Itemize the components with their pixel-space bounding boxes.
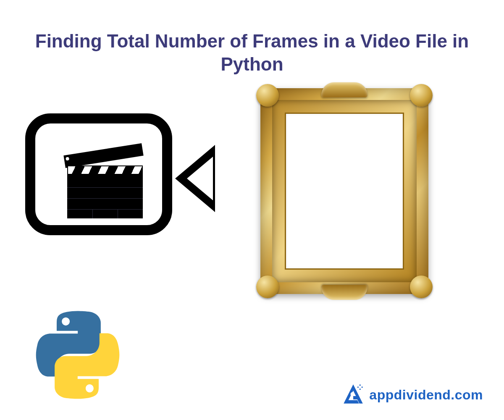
camera-lens — [175, 145, 215, 212]
clapperboard-icon — [67, 155, 143, 218]
brand-watermark: appdividend.com — [342, 383, 483, 407]
brand-text: appdividend.com — [369, 387, 483, 403]
svg-point-3 — [360, 388, 361, 390]
page-title: Finding Total Number of Frames in a Vide… — [0, 29, 504, 76]
video-camera-icon — [25, 109, 223, 248]
svg-point-1 — [357, 386, 359, 388]
svg-point-2 — [362, 386, 363, 388]
svg-point-0 — [360, 384, 361, 386]
picture-frame-icon — [260, 88, 428, 294]
python-logo-icon — [34, 311, 122, 399]
appdividend-logo-icon — [342, 383, 364, 407]
